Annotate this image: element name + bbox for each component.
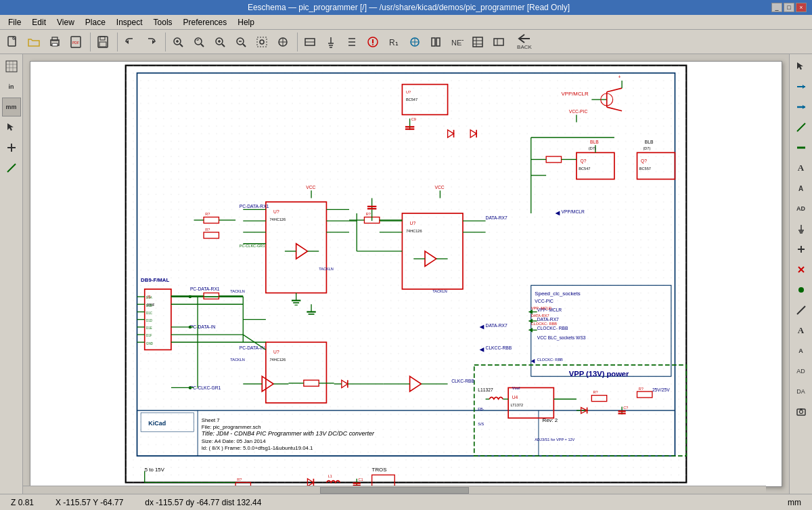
svg-text:U?: U?: [273, 349, 279, 354]
separator-2: [115, 33, 118, 51]
svg-text:BC547: BC547: [579, 167, 590, 171]
svg-text:Size: A4        Date: 05 Jan 2: Size: A4 Date: 05 Jan 2014: [202, 438, 267, 444]
svg-text:L1: L1: [328, 474, 332, 478]
unit-in-button[interactable]: in: [2, 77, 21, 96]
svg-text:Title: JDM - CDNB4 PIC Program: Title: JDM - CDNB4 PIC Programmer with 1…: [202, 430, 375, 437]
schematic-paper[interactable]: KiCad Sheet 7 File: pic_programmer.sch T…: [30, 61, 782, 487]
add-global-label-button[interactable]: A: [792, 179, 811, 198]
print-button[interactable]: [45, 32, 65, 52]
import-sheet-button[interactable]: DA: [792, 382, 811, 401]
tools-2[interactable]: [405, 32, 425, 52]
draw-bus-button[interactable]: [792, 138, 811, 157]
menu-preferences[interactable]: Preferences: [178, 16, 233, 28]
svg-text:VCC: VCC: [306, 185, 315, 190]
svg-rect-45: [432, 38, 435, 46]
draw-line-button[interactable]: [792, 301, 811, 320]
menu-place[interactable]: Place: [80, 16, 111, 28]
add-hier-sheet-button[interactable]: AD: [792, 362, 811, 381]
svg-text:BC547: BC547: [406, 98, 418, 102]
back-button[interactable]: BACK: [510, 32, 539, 52]
svg-text:BLB: BLB: [645, 140, 654, 144]
new-button[interactable]: [3, 32, 23, 52]
tools-3[interactable]: [426, 32, 446, 52]
netlist-button[interactable]: [342, 32, 362, 52]
add-symbol-button[interactable]: [792, 240, 811, 259]
zoom-out-button[interactable]: [231, 32, 251, 52]
zoom-fit-button[interactable]: [168, 32, 188, 52]
tools-6[interactable]: [489, 32, 509, 52]
right-toolbar: A A AD A A AD DA: [789, 54, 812, 494]
title-bar: Eeschema — pic_programmer [/] — /usr/sha…: [0, 0, 812, 15]
svg-text:VCC BLC_sockets WS3: VCC BLC_sockets WS3: [537, 335, 586, 341]
svg-marker-305: [803, 85, 805, 89]
svg-text:PC-DATA-IN: PC-DATA-IN: [190, 324, 216, 329]
window-controls[interactable]: _ □ ×: [771, 3, 807, 12]
highlight-net-button[interactable]: [792, 77, 811, 96]
svg-text:DATA-RX7: DATA-RX7: [531, 314, 549, 318]
svg-text:R₁: R₁: [389, 38, 399, 47]
add-textbox-button[interactable]: A: [792, 341, 811, 360]
zoom-refresh-button[interactable]: [189, 32, 209, 52]
svg-text:S/S: S/S: [478, 422, 484, 426]
open-button[interactable]: [24, 32, 44, 52]
menu-edit[interactable]: Edit: [26, 16, 51, 28]
svg-text:CLOCKC- RBB: CLOCKC- RBB: [537, 358, 563, 362]
unit-mm-button[interactable]: mm: [2, 98, 21, 116]
svg-marker-303: [797, 62, 803, 70]
add-junction-button[interactable]: [792, 280, 811, 299]
draw-wire-button[interactable]: [792, 118, 811, 137]
menu-view[interactable]: View: [51, 16, 80, 28]
add-symbol-toolbar[interactable]: [300, 32, 320, 52]
net-inspector-button[interactable]: [792, 98, 811, 116]
select-tool-button[interactable]: [792, 57, 811, 76]
annotate-button[interactable]: R₁: [384, 32, 404, 52]
h-scrollbar-thumb[interactable]: [320, 487, 469, 494]
save-button[interactable]: [93, 32, 113, 52]
screenshot-button[interactable]: [792, 402, 811, 421]
menu-help[interactable]: Help: [232, 16, 260, 28]
add-hier-label-button[interactable]: AD: [792, 199, 811, 218]
tools-5[interactable]: [468, 32, 488, 52]
svg-text:R?: R?: [639, 387, 644, 391]
add-power-button[interactable]: [792, 219, 811, 238]
main-toolbar: PDF R₁: [0, 30, 812, 54]
run-erc-button[interactable]: [363, 32, 383, 52]
undo-button[interactable]: [120, 32, 140, 52]
svg-point-40: [372, 44, 374, 45]
svg-text:5 to 15V: 5 to 15V: [145, 467, 165, 473]
svg-text:VPP/MCLR: VPP/MCLR: [562, 209, 585, 214]
menu-tools[interactable]: Tools: [148, 16, 178, 28]
save-pdf-button[interactable]: PDF: [66, 32, 86, 52]
menu-file[interactable]: File: [3, 16, 26, 28]
svg-text:ADJ3/S1 for VPP = 12V: ADJ3/S1 for VPP = 12V: [535, 438, 574, 442]
svg-marker-307: [803, 105, 805, 109]
svg-line-18: [222, 44, 225, 47]
svg-text:BC557: BC557: [639, 167, 651, 171]
svg-text:D1F: D1F: [146, 334, 152, 337]
svg-marker-60: [7, 123, 14, 131]
minimize-button[interactable]: _: [771, 3, 782, 12]
cursor-button[interactable]: [2, 118, 21, 137]
schematic-svg[interactable]: KiCad Sheet 7 File: pic_programmer.sch T…: [30, 62, 782, 486]
redo-button[interactable]: [141, 32, 161, 52]
maximize-button[interactable]: □: [784, 3, 794, 12]
zoom-in-button[interactable]: [210, 32, 230, 52]
horizontal-scrollbar[interactable]: [23, 486, 766, 494]
svg-text:U?: U?: [273, 209, 279, 214]
grid-button[interactable]: [2, 57, 21, 76]
svg-text:74HC126: 74HC126: [269, 217, 286, 221]
add-label-button[interactable]: A: [792, 158, 811, 177]
close-button[interactable]: ×: [796, 3, 807, 12]
zoom-area-button[interactable]: [252, 32, 272, 52]
zoom-center-button[interactable]: [273, 32, 293, 52]
no-connect-button[interactable]: [792, 260, 811, 279]
draw-wire-left[interactable]: [2, 158, 21, 177]
menu-inspect[interactable]: Inspect: [111, 16, 148, 28]
tools-4[interactable]: NET: [447, 32, 467, 52]
svg-text:VPP/MCLR: VPP/MCLR: [562, 91, 589, 97]
canvas-area[interactable]: KiCad Sheet 7 File: pic_programmer.sch T…: [23, 54, 789, 494]
add-power-toolbar[interactable]: [321, 32, 341, 52]
svg-point-25: [260, 40, 264, 44]
add-symbol-left[interactable]: [2, 138, 21, 157]
add-text-button[interactable]: A: [792, 321, 811, 340]
